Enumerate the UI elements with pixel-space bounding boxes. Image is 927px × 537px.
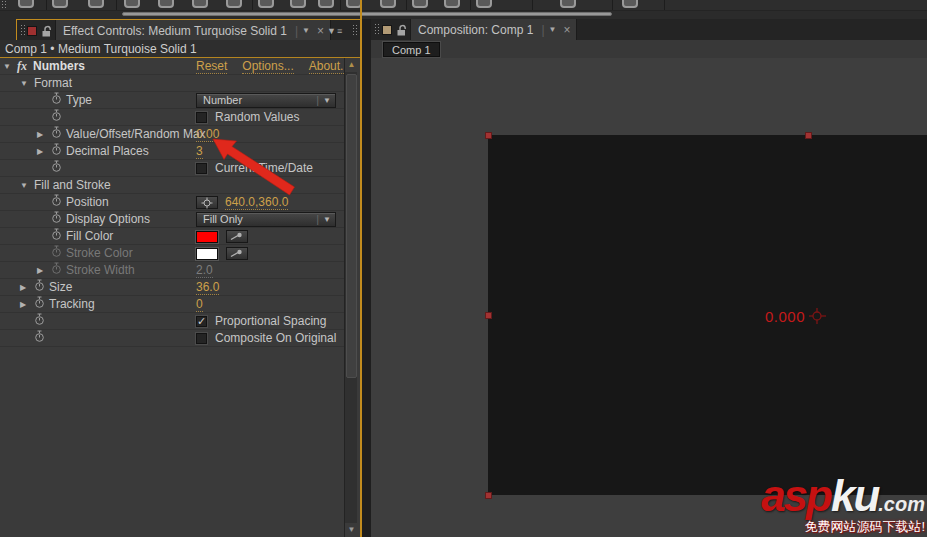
row-type: Type Number | ▼ <box>0 92 344 109</box>
close-icon[interactable]: × <box>317 24 324 38</box>
eyedropper-icon[interactable] <box>226 247 248 260</box>
group-label: Fill and Stroke <box>34 178 111 192</box>
value-tracking[interactable]: 0 <box>196 297 203 312</box>
solid-layer[interactable] <box>488 135 927 495</box>
value-value-offset-random-max[interactable]: 0.00 <box>196 127 219 142</box>
anchor-point-icon[interactable] <box>809 308 827 328</box>
tool-icon[interactable] <box>290 0 306 8</box>
stopwatch-icon[interactable] <box>51 92 66 110</box>
stopwatch-icon[interactable] <box>34 296 49 314</box>
dropdown-value: Fill Only <box>203 211 243 228</box>
panel-menu-icon[interactable]: ▼≡ <box>327 26 343 36</box>
checkbox-label: Random Values <box>215 109 300 126</box>
twirl-closed-icon[interactable]: ▶ <box>37 126 51 143</box>
stopwatch-icon[interactable] <box>51 126 66 144</box>
fx-icon: fx <box>17 58 33 75</box>
composition-viewer[interactable]: 0.000 aspku.com 免费网站源码下载站! <box>371 58 927 537</box>
value-stroke-width[interactable]: 2.0 <box>196 263 213 278</box>
color-swatch-stroke-color[interactable] <box>196 248 218 260</box>
watermark-tagline: 免费网站源码下载站! <box>761 520 925 533</box>
close-icon[interactable]: × <box>563 23 570 37</box>
tab-separator: | <box>295 24 298 38</box>
tool-icon[interactable] <box>476 0 492 8</box>
tool-icon[interactable] <box>560 0 576 8</box>
checkbox-proportional-spacing[interactable]: ✓ <box>196 316 207 327</box>
stopwatch-icon[interactable] <box>51 160 66 178</box>
twirl-open-icon[interactable]: ▼ <box>3 58 17 75</box>
twirl-open-icon[interactable]: ▼ <box>20 177 34 194</box>
twirl-open-icon[interactable]: ▼ <box>20 75 34 92</box>
eyedropper-icon[interactable] <box>226 230 248 243</box>
stopwatch-icon[interactable] <box>34 330 49 348</box>
panel-grip-icon[interactable] <box>352 24 357 37</box>
panel-color-icon <box>27 26 37 36</box>
panel-grip-icon[interactable] <box>20 24 25 37</box>
checkbox-random-values[interactable] <box>196 112 207 123</box>
tool-icon[interactable] <box>444 0 460 8</box>
tab-dropdown-icon[interactable]: ▼ <box>549 25 557 34</box>
prop-label: Size <box>49 280 72 294</box>
panel-grip-icon[interactable] <box>374 23 379 36</box>
layer-handle-bottom-left[interactable] <box>485 492 492 499</box>
twirl-closed-icon[interactable]: ▶ <box>37 143 51 160</box>
tool-icon[interactable] <box>412 0 428 8</box>
tool-icon[interactable] <box>18 0 34 8</box>
toolbar-grip-icon[interactable] <box>1 0 7 11</box>
twirl-closed-icon[interactable]: ▶ <box>37 262 51 279</box>
comp-flowchart-button[interactable]: Comp 1 <box>383 42 440 57</box>
tab-dropdown-icon[interactable]: ▼ <box>302 26 310 35</box>
tab-title: Effect Controls: Medium Turquoise Solid … <box>56 24 291 38</box>
watermark-brand-suffix: .com <box>878 493 925 515</box>
stopwatch-icon[interactable] <box>51 194 66 212</box>
chevron-down-icon: ▼ <box>323 211 331 228</box>
panel-divider[interactable] <box>362 19 371 537</box>
composition-subbar: Comp 1 <box>371 40 927 58</box>
tool-icon[interactable] <box>380 0 396 8</box>
stopwatch-icon[interactable] <box>51 143 66 161</box>
tool-icon[interactable] <box>318 0 334 8</box>
lock-icon[interactable] <box>395 23 408 41</box>
stopwatch-icon[interactable] <box>34 313 49 331</box>
tool-icon[interactable] <box>226 0 242 8</box>
stopwatch-icon[interactable] <box>51 245 66 263</box>
tab-composition[interactable]: Composition: Comp 1 | ▼ × <box>410 19 577 40</box>
tool-icon[interactable] <box>158 0 174 8</box>
checkbox-current-time-date[interactable] <box>196 163 207 174</box>
after-effects-window: Effect Controls: Medium Turquoise Solid … <box>0 0 927 537</box>
stopwatch-icon[interactable] <box>51 109 66 127</box>
tool-icon[interactable] <box>124 0 140 8</box>
prop-label: Stroke Width <box>66 263 135 277</box>
scroll-down-icon[interactable]: ▼ <box>345 523 358 537</box>
scroll-up-icon[interactable]: ▲ <box>345 58 358 72</box>
check-icon: ✓ <box>197 313 206 330</box>
value-position[interactable]: 640.0,360.0 <box>225 195 288 210</box>
tool-icon[interactable] <box>52 0 68 8</box>
dropdown-type[interactable]: Number | ▼ <box>196 93 336 108</box>
link-reset[interactable]: Reset <box>196 60 227 74</box>
tool-icon[interactable] <box>192 0 208 8</box>
scrollbar-thumb[interactable] <box>346 74 357 378</box>
dropdown-display-options[interactable]: Fill Only | ▼ <box>196 212 336 227</box>
stopwatch-icon[interactable] <box>51 262 66 280</box>
checkbox-composite-on-original[interactable] <box>196 333 207 344</box>
tool-icon[interactable] <box>88 0 104 8</box>
twirl-closed-icon[interactable]: ▶ <box>20 279 34 296</box>
stopwatch-icon[interactable] <box>34 279 49 297</box>
layer-handle-top-left[interactable] <box>485 132 492 139</box>
tool-icon[interactable] <box>258 0 274 8</box>
scrollbar[interactable]: ▲ ▼ <box>344 58 357 537</box>
chevron-down-icon: ▼ <box>323 92 331 109</box>
link-options[interactable]: Options... <box>242 60 293 74</box>
tab-separator: | <box>541 23 544 37</box>
value-decimal-places[interactable]: 3 <box>196 144 203 159</box>
stopwatch-icon[interactable] <box>51 228 66 246</box>
color-swatch-fill-color[interactable] <box>196 231 218 243</box>
value-size[interactable]: 36.0 <box>196 280 219 295</box>
layer-handle-left-center[interactable] <box>485 312 492 319</box>
tab-effect-controls[interactable]: Effect Controls: Medium Turquoise Solid … <box>55 20 331 41</box>
target-icon[interactable] <box>196 196 218 209</box>
stopwatch-icon[interactable] <box>51 211 66 229</box>
layer-handle-top-center[interactable] <box>805 132 812 139</box>
twirl-closed-icon[interactable]: ▶ <box>20 296 34 313</box>
tool-icon[interactable] <box>622 0 638 8</box>
